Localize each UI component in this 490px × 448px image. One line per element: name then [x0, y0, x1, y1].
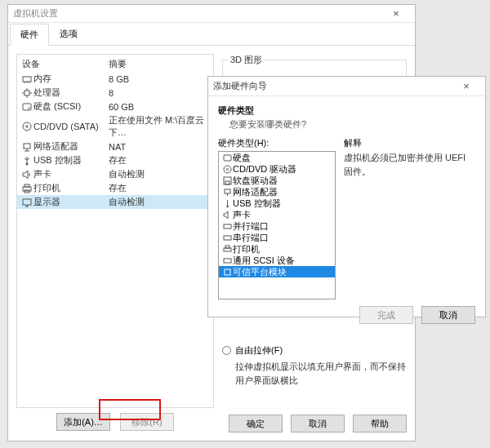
list-item[interactable]: 打印机	[219, 243, 335, 255]
cancel-button[interactable]: 取消	[291, 415, 345, 432]
svg-point-28	[224, 166, 231, 173]
settings-title: 虚拟机设置	[13, 7, 382, 20]
group-3d-title: 3D 图形	[228, 54, 265, 66]
list-item[interactable]: USB 控制器	[219, 197, 335, 209]
network-icon	[20, 142, 33, 152]
wizard-title: 添加硬件向导	[213, 80, 452, 92]
description-text: 虚拟机必须已加密并使用 UEFI 固件。	[344, 151, 475, 178]
description-label: 解释	[344, 137, 475, 149]
svg-point-10	[29, 107, 30, 109]
svg-rect-4	[24, 91, 29, 95]
scsi-icon	[221, 256, 233, 265]
hardware-types-col: 硬件类型(H): 硬盘 CD/DVD 驱动器 软盘驱动器 网络适配器 USB 控…	[218, 137, 336, 299]
disk-icon	[221, 153, 233, 162]
list-item-label: 声卡	[233, 209, 251, 221]
wizard-titlebar: 添加硬件向导 ×	[208, 77, 485, 96]
wizard-sub: 您要安装哪类硬件?	[229, 118, 475, 131]
device-name: 显示器	[33, 196, 109, 208]
free-stretch-desc: 拉伸虚拟机显示以填充用户界面，而不保持用户界面纵横比	[235, 360, 407, 387]
svg-rect-40	[225, 246, 229, 248]
list-item-label: CD/DVD 驱动器	[233, 163, 296, 175]
memory-icon	[20, 74, 33, 84]
finish-button[interactable]: 完成	[359, 306, 413, 324]
device-val: 8	[109, 88, 210, 98]
svg-rect-13	[24, 144, 30, 149]
svg-rect-0	[23, 77, 31, 82]
usb-icon	[221, 199, 233, 208]
remove-button[interactable]: 移除(R)	[120, 413, 174, 431]
list-item[interactable]: 声卡	[219, 209, 335, 220]
device-panel-wrap: 设备 摘要 内存 8 GB 处理器 8 硬盘 (SCSI) 60 G	[16, 54, 214, 436]
cd-icon	[20, 122, 33, 131]
list-item[interactable]: 硬盘	[219, 152, 335, 163]
help-button[interactable]: 帮助	[353, 415, 407, 432]
hdr-device: 设备	[22, 58, 109, 70]
list-item[interactable]: 可信平台模块	[219, 266, 335, 277]
wizard-cancel-button[interactable]: 取消	[421, 306, 475, 324]
device-row[interactable]: 网络适配器 NAT	[17, 140, 213, 153]
list-item[interactable]: CD/DVD 驱动器	[219, 163, 335, 175]
device-val: 正在使用文件 M:\百度云下…	[109, 114, 210, 139]
free-stretch-input[interactable]	[222, 346, 231, 355]
list-item[interactable]: 通用 SCSI 设备	[219, 255, 335, 266]
free-stretch-label: 自由拉伸(F)	[235, 344, 283, 357]
svg-point-29	[226, 168, 228, 170]
hw-type-list[interactable]: 硬盘 CD/DVD 驱动器 软盘驱动器 网络适配器 USB 控制器 声卡 并行端…	[218, 151, 336, 299]
device-val: 存在	[109, 154, 210, 166]
cpu-icon	[20, 88, 33, 98]
printer-icon	[20, 184, 33, 193]
svg-rect-32	[225, 189, 230, 193]
list-item-label: USB 控制器	[233, 197, 281, 210]
list-item-label: 网络适配器	[233, 186, 278, 198]
svg-rect-38	[224, 236, 231, 240]
device-name: CD/DVD (SATA)	[33, 122, 109, 131]
device-name: 网络适配器	[33, 140, 109, 153]
svg-point-12	[26, 126, 28, 127]
list-item[interactable]: 串行端口	[219, 232, 335, 243]
svg-marker-20	[23, 171, 28, 179]
svg-point-11	[23, 122, 31, 131]
parallel-icon	[221, 222, 233, 231]
device-row[interactable]: 打印机 存在	[17, 181, 213, 195]
device-row[interactable]: 声卡 自动检测	[17, 167, 213, 181]
device-val: 存在	[109, 182, 210, 194]
add-remove-bar: 添加(A)… 移除(R)	[16, 408, 214, 436]
device-name: USB 控制器	[33, 154, 109, 166]
device-name: 硬盘 (SCSI)	[33, 100, 109, 113]
tab-hardware[interactable]: 硬件	[10, 24, 49, 46]
device-row[interactable]: USB 控制器 存在	[17, 153, 213, 167]
add-button[interactable]: 添加(A)…	[56, 413, 110, 431]
svg-rect-24	[23, 199, 31, 205]
ok-button[interactable]: 确定	[229, 415, 283, 432]
device-name: 声卡	[33, 168, 109, 180]
device-row[interactable]: 硬盘 (SCSI) 60 GB	[17, 100, 213, 113]
device-row[interactable]: CD/DVD (SATA) 正在使用文件 M:\百度云下…	[17, 113, 213, 140]
list-item-label: 硬盘	[233, 152, 251, 164]
device-name: 处理器	[33, 86, 109, 99]
device-val: 自动检测	[109, 196, 210, 208]
svg-rect-31	[225, 181, 229, 184]
settings-titlebar: 虚拟机设置 ×	[8, 5, 415, 23]
svg-rect-39	[224, 248, 231, 251]
device-row[interactable]: 内存 8 GB	[17, 72, 213, 86]
description-col: 解释 虚拟机必须已加密并使用 UEFI 固件。	[344, 137, 475, 299]
list-item[interactable]: 并行端口	[219, 220, 335, 232]
close-icon[interactable]: ×	[382, 7, 410, 20]
svg-rect-41	[224, 259, 231, 263]
settings-tabs: 硬件 选项	[8, 23, 415, 46]
device-val: 自动检测	[109, 168, 210, 180]
free-stretch-radio[interactable]: 自由拉伸(F)	[222, 344, 407, 357]
hw-list-label: 硬件类型(H):	[218, 137, 336, 149]
close-icon[interactable]: ×	[452, 80, 480, 92]
list-item-label: 并行端口	[233, 220, 269, 233]
device-row[interactable]: 显示器 自动检测	[17, 195, 213, 209]
wizard-body: 硬件类型 您要安装哪类硬件? 硬件类型(H): 硬盘 CD/DVD 驱动器 软盘…	[208, 96, 485, 299]
device-row[interactable]: 处理器 8	[17, 86, 213, 100]
list-item[interactable]: 网络适配器	[219, 186, 335, 197]
device-val: NAT	[109, 142, 210, 152]
printer-icon	[221, 245, 233, 254]
tab-options[interactable]: 选项	[49, 23, 88, 45]
floppy-icon	[221, 176, 233, 185]
list-item[interactable]: 软盘驱动器	[219, 175, 335, 186]
settings-footer: 确定 取消 帮助	[220, 408, 415, 441]
